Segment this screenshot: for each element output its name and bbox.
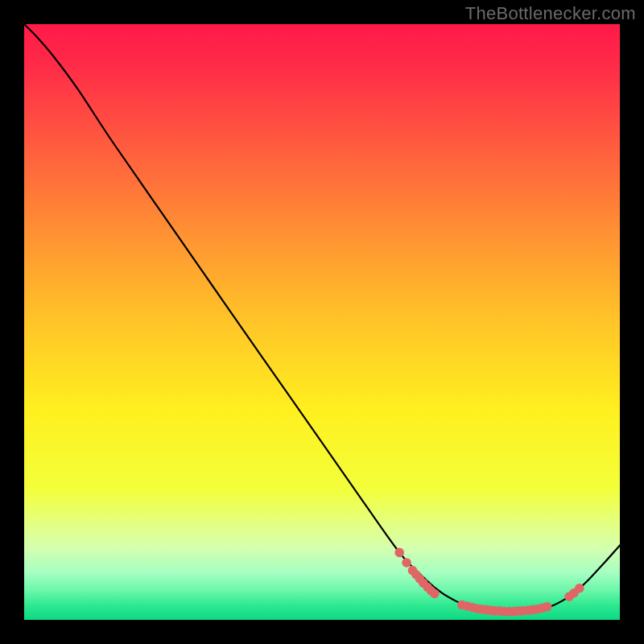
chart-stage: TheBottlenecker.com	[0, 0, 644, 644]
data-marker	[394, 548, 404, 558]
data-marker	[543, 602, 552, 612]
gradient-background	[24, 24, 620, 620]
data-marker	[575, 584, 584, 593]
chart-svg	[24, 24, 620, 620]
attribution-label: TheBottlenecker.com	[465, 3, 636, 24]
data-marker	[430, 589, 440, 599]
data-marker	[402, 558, 411, 568]
plot-area	[24, 24, 620, 620]
